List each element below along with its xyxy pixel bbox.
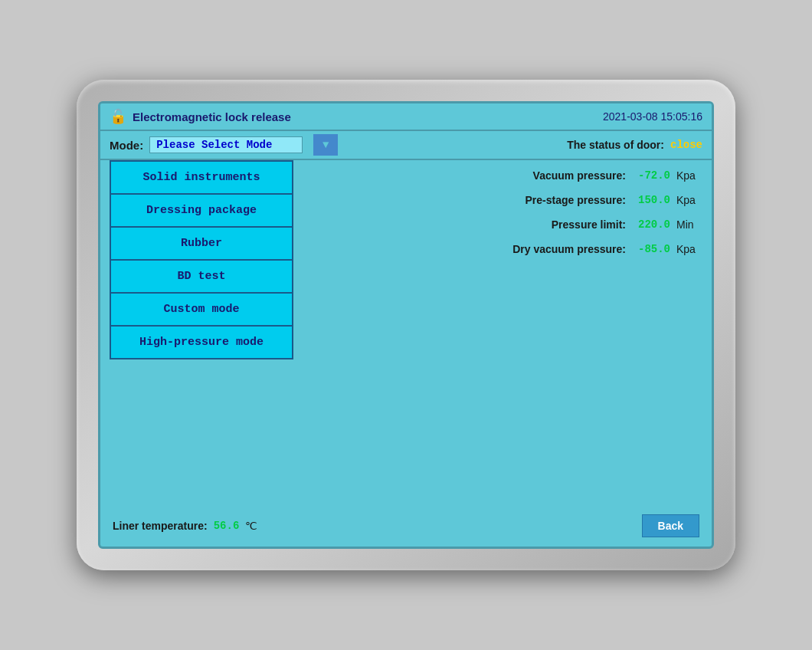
pressure-limit-label: Pressure limit: xyxy=(552,218,626,231)
liner-temp-unit: ℃ xyxy=(245,520,257,532)
pressure-limit-row: Pressure limit: 220.0 Min xyxy=(410,218,699,231)
dropdown-item-bd-test[interactable]: BD test xyxy=(111,261,292,294)
right-panel: Vacuum pressure: -72.0 Kpa Pre-stage pre… xyxy=(410,169,699,499)
liner-temp-label: Liner temperature: xyxy=(113,520,208,532)
screen: 🔓 Electromagnetic lock release 2021-03-0… xyxy=(98,101,714,549)
dropdown-item-dressing-package[interactable]: Dressing package xyxy=(111,195,292,228)
dropdown-menu: Solid instruments Dressing package Rubbe… xyxy=(110,160,293,359)
dropdown-item-rubber[interactable]: Rubber xyxy=(111,228,292,261)
mode-select-box[interactable]: Please Select Mode xyxy=(149,136,303,153)
door-status-label: The status of door: xyxy=(567,139,664,151)
dry-vacuum-value: -85.0 xyxy=(632,243,670,255)
pressure-limit-value: 220.0 xyxy=(632,218,670,231)
title-left: 🔓 Electromagnetic lock release xyxy=(110,108,291,125)
dropdown-arrow-button[interactable] xyxy=(313,134,338,156)
dry-vacuum-row: Dry vacuum pressure: -85.0 Kpa xyxy=(410,243,699,255)
vacuum-pressure-row: Vacuum pressure: -72.0 Kpa xyxy=(410,169,699,182)
back-button[interactable]: Back xyxy=(642,514,699,537)
prestage-pressure-value: 150.0 xyxy=(632,194,670,206)
door-status-area: The status of door: close xyxy=(567,139,702,151)
datetime-display: 2021-03-08 15:05:16 xyxy=(603,110,702,123)
dropdown-item-high-pressure[interactable]: High-pressure mode xyxy=(111,327,292,358)
dry-vacuum-unit: Kpa xyxy=(676,243,699,255)
dropdown-item-custom-mode[interactable]: Custom mode xyxy=(111,294,292,327)
prestage-pressure-label: Pre-stage pressure: xyxy=(525,194,626,206)
prestage-pressure-unit: Kpa xyxy=(676,194,699,206)
dry-vacuum-label: Dry vacuum pressure: xyxy=(512,243,626,255)
app-title: Electromagnetic lock release xyxy=(133,110,291,123)
liner-temp-value: 56.6 xyxy=(214,520,240,532)
title-bar: 🔓 Electromagnetic lock release 2021-03-0… xyxy=(100,103,712,131)
dropdown-item-solid-instruments[interactable]: Solid instruments xyxy=(111,162,292,195)
main-content: Sterili 0 ℃ Min Min Times Kpa xyxy=(100,160,712,508)
prestage-pressure-row: Pre-stage pressure: 150.0 Kpa xyxy=(410,194,699,206)
vacuum-pressure-unit: Kpa xyxy=(676,169,699,182)
pressure-limit-unit: Min xyxy=(676,218,699,231)
bottom-area: Liner temperature: 56.6 ℃ Back xyxy=(100,508,712,547)
device-frame: 🔓 Electromagnetic lock release 2021-03-0… xyxy=(77,80,735,570)
mode-label: Mode: xyxy=(110,139,143,152)
vacuum-pressure-label: Vacuum pressure: xyxy=(533,169,626,182)
door-status-value: close xyxy=(670,139,702,151)
vacuum-pressure-value: -72.0 xyxy=(632,169,670,182)
lock-icon: 🔓 xyxy=(110,108,126,125)
mode-bar: Mode: Please Select Mode The status of d… xyxy=(100,131,712,160)
mode-select-text: Please Select Mode xyxy=(156,139,296,151)
liner-temp-area: Liner temperature: 56.6 ℃ xyxy=(113,520,257,532)
